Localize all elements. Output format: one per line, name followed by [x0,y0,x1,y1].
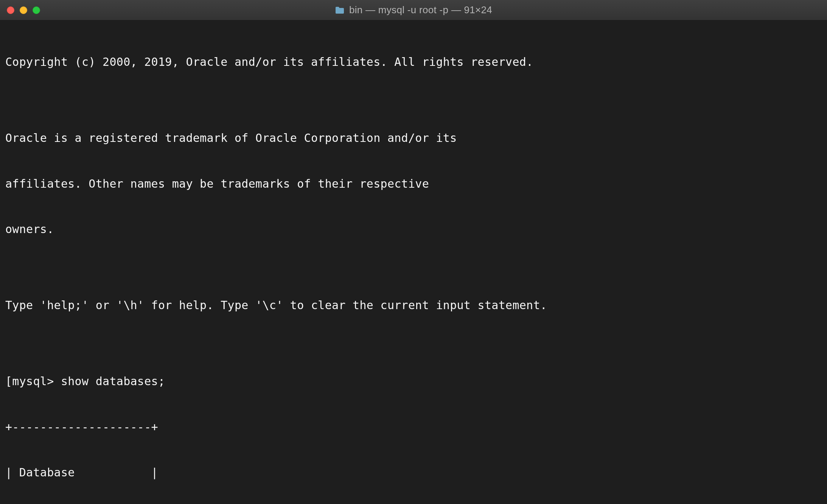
terminal-line: owners. [5,222,822,237]
terminal-line: Oracle is a registered trademark of Orac… [5,131,822,146]
terminal-line: | Database | [5,465,822,480]
minimize-button[interactable] [20,6,27,14]
close-button[interactable] [7,6,14,14]
traffic-lights [7,6,40,14]
window-title: bin — mysql -u root -p — 91×24 [349,4,492,16]
terminal-line: Type 'help;' or '\h' for help. Type '\c'… [5,298,822,313]
terminal-output[interactable]: Copyright (c) 2000, 2019, Oracle and/or … [0,20,827,504]
folder-icon [335,6,345,14]
window-titlebar: bin — mysql -u root -p — 91×24 [0,0,827,20]
terminal-line: affiliates. Other names may be trademark… [5,176,822,191]
maximize-button[interactable] [33,6,40,14]
terminal-line: +--------------------+ [5,420,822,435]
terminal-line: Copyright (c) 2000, 2019, Oracle and/or … [5,54,822,70]
terminal-line: [mysql> show databases; [5,374,822,389]
